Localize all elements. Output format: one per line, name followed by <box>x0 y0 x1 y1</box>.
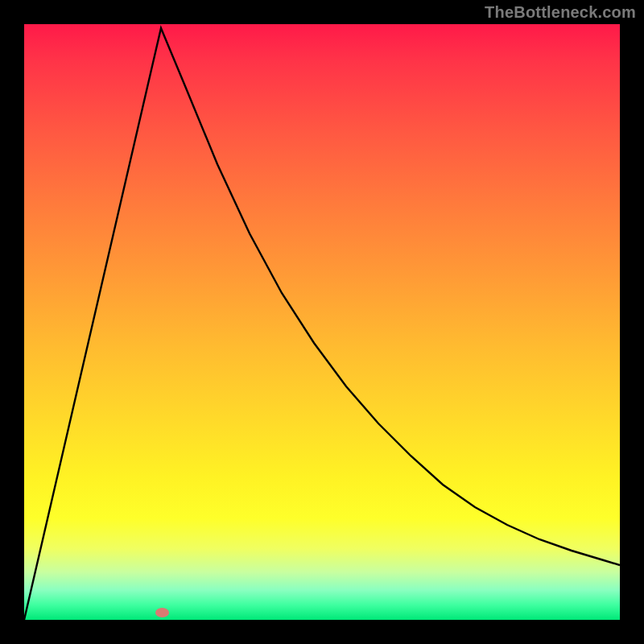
plot-area <box>24 24 620 620</box>
chart-frame: TheBottleneck.com <box>0 0 644 644</box>
bottleneck-curve <box>24 24 620 620</box>
min-marker <box>155 608 169 617</box>
attribution-text: TheBottleneck.com <box>485 3 636 22</box>
